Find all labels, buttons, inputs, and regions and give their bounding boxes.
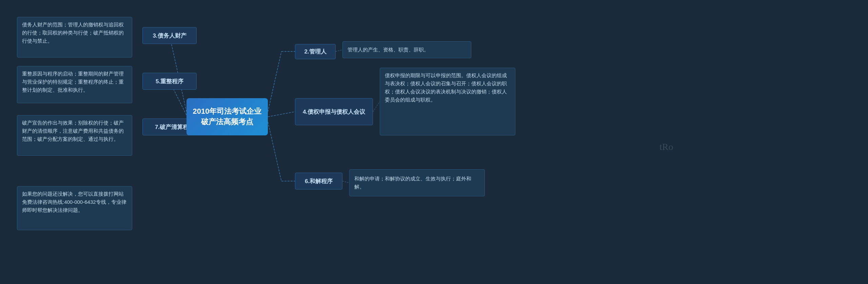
svg-line-9: [268, 51, 281, 112]
box-ad: 如果您的问题还没解决，您可以直接拨打网站免费法律咨询热线:400-000-643…: [17, 186, 132, 230]
label-debtor-assets: 3.债务人财产: [142, 27, 197, 44]
label-reorganize: 5.重整程序: [142, 73, 197, 90]
box-bankruptcy-proc: 破产宣告的作出与效果；别除权的行使；破产财产的清偿顺序，注意破产费用和共益债务的…: [17, 115, 132, 156]
box-reorganize: 重整原因与程序的启动；重整期间的财产管理与营业保护的特别规定；重整程序的终止；重…: [17, 66, 132, 103]
label-manager: 2.管理人: [295, 44, 336, 59]
svg-line-14: [336, 50, 342, 51]
svg-line-12: [268, 122, 281, 181]
label-creditor: 4.债权申报与债权人会议: [295, 98, 373, 125]
svg-line-16: [342, 181, 349, 183]
label-settlement: 6.和解程序: [295, 173, 342, 190]
box-creditor: 债权申报的期限与可以申报的范围。债权人会议的组成与表决权；债权人会议的召集与召开…: [380, 68, 515, 135]
watermark: tRo: [659, 141, 673, 152]
svg-line-11: [268, 112, 295, 117]
box-manager: 管理人的产生、资格、职责、辞职。: [342, 41, 471, 58]
central-node: 2010年司法考试企业破产法高频考点: [186, 98, 268, 135]
box-debtor-assets: 债务人财产的范围；管理人的撤销权与追回权的行使；取回权的种类与行使；破产抵销权的…: [17, 17, 132, 58]
box-settlement: 和解的申请；和解协议的成立、生效与执行；庭外和解。: [349, 169, 485, 196]
svg-line-15: [373, 102, 380, 112]
